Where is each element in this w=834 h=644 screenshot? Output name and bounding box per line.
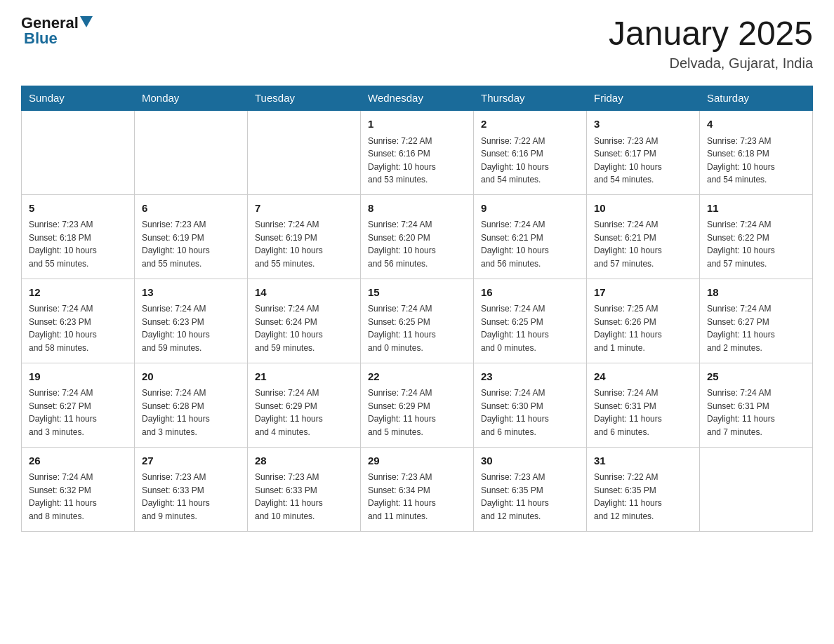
calendar-cell: 10Sunrise: 7:24 AM Sunset: 6:21 PM Dayli…	[587, 194, 700, 279]
day-info: Sunrise: 7:23 AM Sunset: 6:33 PM Dayligh…	[255, 471, 353, 523]
day-number: 27	[142, 453, 240, 469]
day-number: 11	[707, 201, 805, 217]
calendar-week-row: 12Sunrise: 7:24 AM Sunset: 6:23 PM Dayli…	[22, 279, 813, 363]
day-number: 15	[368, 285, 466, 301]
day-info: Sunrise: 7:24 AM Sunset: 6:25 PM Dayligh…	[481, 302, 579, 354]
calendar-body: 1Sunrise: 7:22 AM Sunset: 6:16 PM Daylig…	[22, 110, 813, 531]
day-info: Sunrise: 7:23 AM Sunset: 6:19 PM Dayligh…	[142, 218, 240, 270]
calendar-week-row: 19Sunrise: 7:24 AM Sunset: 6:27 PM Dayli…	[22, 363, 813, 447]
weekday-header-friday: Friday	[587, 86, 700, 111]
calendar-cell	[700, 447, 813, 531]
weekday-header-thursday: Thursday	[474, 86, 587, 111]
day-info: Sunrise: 7:24 AM Sunset: 6:22 PM Dayligh…	[707, 218, 805, 270]
calendar-cell: 13Sunrise: 7:24 AM Sunset: 6:23 PM Dayli…	[135, 279, 248, 363]
calendar-cell: 19Sunrise: 7:24 AM Sunset: 6:27 PM Dayli…	[22, 363, 135, 447]
calendar-week-row: 5Sunrise: 7:23 AM Sunset: 6:18 PM Daylig…	[22, 194, 813, 279]
calendar-cell: 31Sunrise: 7:22 AM Sunset: 6:35 PM Dayli…	[587, 447, 700, 531]
day-info: Sunrise: 7:23 AM Sunset: 6:34 PM Dayligh…	[368, 471, 466, 523]
calendar-cell: 3Sunrise: 7:23 AM Sunset: 6:17 PM Daylig…	[587, 110, 700, 194]
weekday-header-sunday: Sunday	[22, 86, 135, 111]
calendar-cell: 21Sunrise: 7:24 AM Sunset: 6:29 PM Dayli…	[248, 363, 361, 447]
day-info: Sunrise: 7:24 AM Sunset: 6:28 PM Dayligh…	[142, 387, 240, 438]
calendar-cell: 12Sunrise: 7:24 AM Sunset: 6:23 PM Dayli…	[22, 279, 135, 363]
calendar-cell	[248, 110, 361, 194]
day-number: 26	[29, 453, 127, 469]
calendar-cell: 7Sunrise: 7:24 AM Sunset: 6:19 PM Daylig…	[248, 194, 361, 279]
page-header: General Blue January 2025 Delvada, Gujar…	[21, 14, 813, 72]
day-info: Sunrise: 7:24 AM Sunset: 6:29 PM Dayligh…	[368, 387, 466, 438]
day-info: Sunrise: 7:24 AM Sunset: 6:25 PM Dayligh…	[368, 302, 466, 354]
calendar-cell: 23Sunrise: 7:24 AM Sunset: 6:30 PM Dayli…	[474, 363, 587, 447]
calendar-subtitle: Delvada, Gujarat, India	[609, 55, 813, 72]
weekday-header-monday: Monday	[135, 86, 248, 111]
logo-blue-text: Blue	[24, 29, 58, 47]
calendar-cell: 17Sunrise: 7:25 AM Sunset: 6:26 PM Dayli…	[587, 279, 700, 363]
calendar-cell: 27Sunrise: 7:23 AM Sunset: 6:33 PM Dayli…	[135, 447, 248, 531]
day-info: Sunrise: 7:24 AM Sunset: 6:27 PM Dayligh…	[29, 387, 127, 438]
calendar-cell: 14Sunrise: 7:24 AM Sunset: 6:24 PM Dayli…	[248, 279, 361, 363]
day-number: 21	[255, 369, 353, 385]
weekday-header-row: SundayMondayTuesdayWednesdayThursdayFrid…	[22, 86, 813, 111]
day-info: Sunrise: 7:23 AM Sunset: 6:17 PM Dayligh…	[594, 135, 692, 187]
day-number: 19	[29, 369, 127, 385]
day-number: 20	[142, 369, 240, 385]
day-info: Sunrise: 7:24 AM Sunset: 6:23 PM Dayligh…	[29, 302, 127, 354]
calendar-cell: 26Sunrise: 7:24 AM Sunset: 6:32 PM Dayli…	[22, 447, 135, 531]
day-info: Sunrise: 7:24 AM Sunset: 6:31 PM Dayligh…	[594, 387, 692, 438]
day-info: Sunrise: 7:24 AM Sunset: 6:30 PM Dayligh…	[481, 387, 579, 438]
day-number: 18	[707, 285, 805, 301]
day-number: 8	[368, 201, 466, 217]
day-info: Sunrise: 7:22 AM Sunset: 6:16 PM Dayligh…	[481, 135, 579, 187]
calendar-week-row: 26Sunrise: 7:24 AM Sunset: 6:32 PM Dayli…	[22, 447, 813, 531]
day-number: 24	[594, 369, 692, 385]
day-number: 1	[368, 116, 466, 133]
day-info: Sunrise: 7:23 AM Sunset: 6:18 PM Dayligh…	[29, 218, 127, 270]
calendar-title: January 2025	[609, 14, 813, 53]
calendar-cell: 6Sunrise: 7:23 AM Sunset: 6:19 PM Daylig…	[135, 194, 248, 279]
calendar-cell: 15Sunrise: 7:24 AM Sunset: 6:25 PM Dayli…	[361, 279, 474, 363]
day-info: Sunrise: 7:24 AM Sunset: 6:27 PM Dayligh…	[707, 302, 805, 354]
day-number: 9	[481, 201, 579, 217]
day-number: 30	[481, 453, 579, 469]
day-info: Sunrise: 7:23 AM Sunset: 6:33 PM Dayligh…	[142, 471, 240, 523]
calendar-cell: 24Sunrise: 7:24 AM Sunset: 6:31 PM Dayli…	[587, 363, 700, 447]
calendar-week-row: 1Sunrise: 7:22 AM Sunset: 6:16 PM Daylig…	[22, 110, 813, 194]
day-info: Sunrise: 7:24 AM Sunset: 6:29 PM Dayligh…	[255, 387, 353, 438]
day-number: 16	[481, 285, 579, 301]
day-number: 7	[255, 201, 353, 217]
day-number: 14	[255, 285, 353, 301]
day-info: Sunrise: 7:24 AM Sunset: 6:20 PM Dayligh…	[368, 218, 466, 270]
day-number: 5	[29, 201, 127, 217]
day-number: 2	[481, 116, 579, 133]
weekday-header-wednesday: Wednesday	[361, 86, 474, 111]
day-number: 28	[255, 453, 353, 469]
day-number: 10	[594, 201, 692, 217]
calendar-cell	[135, 110, 248, 194]
calendar-cell: 8Sunrise: 7:24 AM Sunset: 6:20 PM Daylig…	[361, 194, 474, 279]
logo: General Blue	[21, 14, 93, 48]
day-info: Sunrise: 7:24 AM Sunset: 6:31 PM Dayligh…	[707, 387, 805, 438]
calendar-cell: 2Sunrise: 7:22 AM Sunset: 6:16 PM Daylig…	[474, 110, 587, 194]
calendar-cell: 29Sunrise: 7:23 AM Sunset: 6:34 PM Dayli…	[361, 447, 474, 531]
day-info: Sunrise: 7:24 AM Sunset: 6:19 PM Dayligh…	[255, 218, 353, 270]
calendar-cell: 9Sunrise: 7:24 AM Sunset: 6:21 PM Daylig…	[474, 194, 587, 279]
day-number: 17	[594, 285, 692, 301]
day-number: 13	[142, 285, 240, 301]
calendar-cell: 16Sunrise: 7:24 AM Sunset: 6:25 PM Dayli…	[474, 279, 587, 363]
calendar-header: SundayMondayTuesdayWednesdayThursdayFrid…	[22, 86, 813, 111]
day-info: Sunrise: 7:25 AM Sunset: 6:26 PM Dayligh…	[594, 302, 692, 354]
day-info: Sunrise: 7:24 AM Sunset: 6:23 PM Dayligh…	[142, 302, 240, 354]
calendar-table: SundayMondayTuesdayWednesdayThursdayFrid…	[21, 86, 813, 532]
calendar-cell: 20Sunrise: 7:24 AM Sunset: 6:28 PM Dayli…	[135, 363, 248, 447]
day-number: 6	[142, 201, 240, 217]
day-info: Sunrise: 7:22 AM Sunset: 6:16 PM Dayligh…	[368, 135, 466, 187]
calendar-cell: 11Sunrise: 7:24 AM Sunset: 6:22 PM Dayli…	[700, 194, 813, 279]
day-number: 22	[368, 369, 466, 385]
day-number: 31	[594, 453, 692, 469]
calendar-cell: 1Sunrise: 7:22 AM Sunset: 6:16 PM Daylig…	[361, 110, 474, 194]
day-number: 23	[481, 369, 579, 385]
day-info: Sunrise: 7:24 AM Sunset: 6:32 PM Dayligh…	[29, 471, 127, 523]
day-number: 12	[29, 285, 127, 301]
day-number: 25	[707, 369, 805, 385]
day-info: Sunrise: 7:23 AM Sunset: 6:18 PM Dayligh…	[707, 135, 805, 187]
